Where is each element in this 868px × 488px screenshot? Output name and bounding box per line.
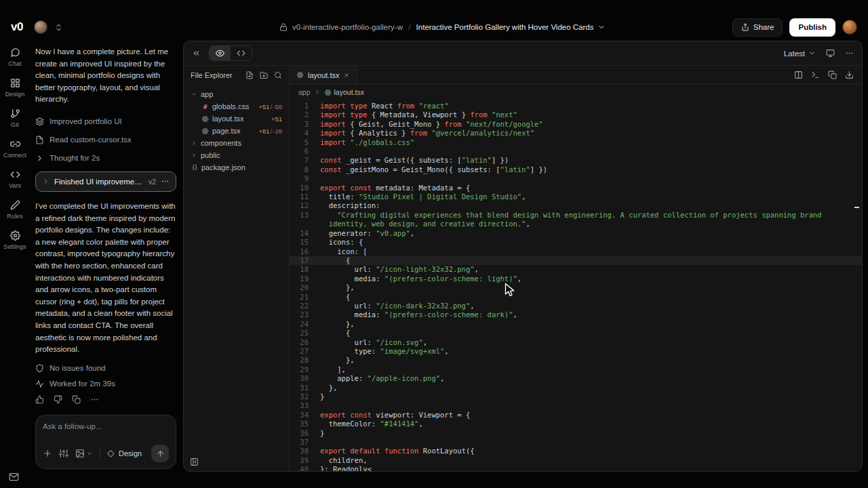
code-line-31[interactable]: 31 }, xyxy=(290,384,862,392)
breadcrumb-file[interactable]: layout.tsx xyxy=(324,88,364,96)
code-line-29[interactable]: 29 ], xyxy=(290,365,862,374)
code-line-4[interactable]: 4import { Analytics } from "@vercel/anal… xyxy=(290,129,862,138)
code-line-33[interactable]: 33 xyxy=(290,401,862,410)
copy-code-button[interactable] xyxy=(828,70,837,79)
more-actions-button[interactable] xyxy=(90,395,99,404)
code-line-3[interactable]: 3import { Geist, Geist_Mono } from "next… xyxy=(290,120,862,129)
code-line-2[interactable]: 2import type { Metadata, Viewport } from… xyxy=(290,110,862,119)
tree-item-public[interactable]: public xyxy=(186,149,286,161)
tree-item-globals.css[interactable]: #globals.css+51/-58 xyxy=(186,100,286,113)
sidebar-item-git[interactable]: Git xyxy=(0,103,30,134)
device-preview-button[interactable] xyxy=(826,49,835,58)
code-line-18[interactable]: 18 url: "/icon-light-32x32.png", xyxy=(290,265,862,274)
code-line-39[interactable]: 39 children, xyxy=(290,456,862,465)
code-line-26[interactable]: 26 url: "/icon.svg", xyxy=(290,338,862,347)
terminal-button[interactable] xyxy=(811,70,820,79)
followup-input[interactable] xyxy=(43,422,169,430)
settings-sliders-button[interactable] xyxy=(59,449,68,458)
search-files-button[interactable] xyxy=(274,71,282,79)
editor-body: File Explorer app#globals.css+51/-58layo… xyxy=(184,66,862,471)
close-tab-button[interactable] xyxy=(343,72,350,79)
media-picker-button[interactable] xyxy=(75,449,93,458)
tree-item-package.json[interactable]: {}package.json xyxy=(186,161,286,174)
code-line-21[interactable]: 21 { xyxy=(290,293,862,302)
workspace-switcher-icon[interactable] xyxy=(54,23,63,32)
feedback-mail-button[interactable] xyxy=(9,472,19,482)
copy-button[interactable] xyxy=(72,395,81,404)
code-line-1[interactable]: 1import type React from "react" xyxy=(290,102,862,110)
code-line-40[interactable]: 40}: Readonly< xyxy=(290,465,862,471)
code-line-11[interactable]: 11 title: "Studio Pixel | Digital Design… xyxy=(290,192,862,201)
tree-item-components[interactable]: components xyxy=(186,137,286,149)
code-line-32[interactable]: 32} xyxy=(290,392,862,401)
tree-item-app[interactable]: app xyxy=(186,88,286,100)
thumbs-up-button[interactable] xyxy=(35,395,44,404)
code-line-19[interactable]: 19 media: "(prefers-color-scheme: light)… xyxy=(290,274,862,283)
code-line-23[interactable]: 23 media: "(prefers-color-scheme: dark)"… xyxy=(290,310,862,319)
code-editor[interactable]: 1import type React from "react"2import t… xyxy=(290,100,862,471)
code-line-7[interactable]: 7const _geist = Geist({ subsets: ["latin… xyxy=(290,156,862,165)
design-mode-chip[interactable]: Design xyxy=(107,449,142,458)
code-line-38[interactable]: 38export default function RootLayout({ xyxy=(290,447,862,455)
sidebar-item-vars[interactable]: Vars xyxy=(0,164,30,195)
task-card-finished-ui-improvements[interactable]: Finished UI improvements v2 xyxy=(35,171,176,192)
code-line-25[interactable]: 25 { xyxy=(290,329,862,338)
code-line-13[interactable]: 13 "Crafting digital experiences that bl… xyxy=(290,211,862,229)
line-number: 25 xyxy=(290,329,309,338)
code-line-34[interactable]: 34export const viewport: Viewport = { xyxy=(290,411,862,420)
code-line-28[interactable]: 28 }, xyxy=(290,356,862,365)
code-line-14[interactable]: 14 generator: "v0.app", xyxy=(290,229,862,238)
send-button[interactable] xyxy=(151,445,169,462)
code-line-10[interactable]: 10export const metadata: Metadata = { xyxy=(290,184,862,192)
sidebar-item-settings[interactable]: Settings xyxy=(0,225,30,256)
code-line-12[interactable]: 12 description: xyxy=(290,201,862,210)
code-toggle-button[interactable] xyxy=(231,46,252,60)
tree-item-layout.tsx[interactable]: layout.tsx+51 xyxy=(186,113,286,125)
new-file-button[interactable] xyxy=(245,71,254,79)
editor-more-button[interactable] xyxy=(845,49,854,58)
workspace-avatar[interactable] xyxy=(34,20,47,34)
split-panel-button[interactable] xyxy=(794,70,803,79)
tab-layout-tsx[interactable]: layout.tsx xyxy=(290,66,357,84)
new-folder-button[interactable] xyxy=(260,71,268,79)
breadcrumb-chat[interactable]: Interactive Portfolio Gallery with Hover… xyxy=(416,23,606,31)
breadcrumb-folder[interactable]: app xyxy=(298,88,311,96)
tree-item-page.tsx[interactable]: page.tsx+81/-28 xyxy=(186,125,286,137)
share-button[interactable]: Share xyxy=(732,18,783,37)
code-line-36[interactable]: 36} xyxy=(290,429,862,438)
v0-logo[interactable]: v0 xyxy=(11,20,23,34)
code-line-30[interactable]: 30 apple: "/apple-icon.png", xyxy=(290,374,862,383)
sidebar-item-rules[interactable]: Rules xyxy=(0,195,30,225)
code-line-9[interactable]: 9 xyxy=(290,174,862,183)
chat-step[interactable]: Read custom-cursor.tsx xyxy=(35,131,176,149)
code-line-17[interactable]: 17 { xyxy=(290,256,862,265)
code-line-24[interactable]: 24 }, xyxy=(290,320,862,329)
code-line-37[interactable]: 37 xyxy=(290,438,862,447)
version-selector[interactable]: Latest xyxy=(784,49,816,58)
code-line-5[interactable]: 5import "./globals.css" xyxy=(290,138,862,147)
thumbs-down-button[interactable] xyxy=(54,395,62,404)
code-line-35[interactable]: 35 themeColor: "#141414", xyxy=(290,420,862,428)
code-line-6[interactable]: 6 xyxy=(290,147,862,156)
user-avatar[interactable] xyxy=(842,20,857,35)
preview-toggle-button[interactable] xyxy=(210,46,231,60)
chat-step[interactable]: Improved portfolio UI xyxy=(35,113,176,131)
breadcrumb-project[interactable]: v0-interactive-portfolio-gallery-w xyxy=(279,23,403,31)
chat-step[interactable]: Thought for 2s xyxy=(35,149,176,167)
code-line-20[interactable]: 20 }, xyxy=(290,283,862,292)
composer[interactable]: Design xyxy=(35,415,176,469)
code-line-16[interactable]: 16 icon: [ xyxy=(290,247,862,256)
publish-button[interactable]: Publish xyxy=(789,18,835,37)
sidebar-item-chat[interactable]: Chat xyxy=(0,42,30,73)
sidebar-item-connect[interactable]: Connect xyxy=(0,134,30,164)
more-options-button[interactable] xyxy=(161,177,170,186)
code-line-8[interactable]: 8const _geistMono = Geist_Mono({ subsets… xyxy=(290,165,862,174)
attach-button[interactable] xyxy=(43,449,52,458)
code-line-15[interactable]: 15 icons: { xyxy=(290,238,862,247)
collapse-panel-button[interactable] xyxy=(192,49,201,58)
code-line-22[interactable]: 22 url: "/icon-dark-32x32.png", xyxy=(290,302,862,310)
download-button[interactable] xyxy=(845,70,854,79)
collapse-sidebar-button[interactable] xyxy=(190,458,199,466)
sidebar-item-design[interactable]: Design xyxy=(0,73,30,103)
code-line-27[interactable]: 27 type: "image/svg+xml", xyxy=(290,347,862,356)
